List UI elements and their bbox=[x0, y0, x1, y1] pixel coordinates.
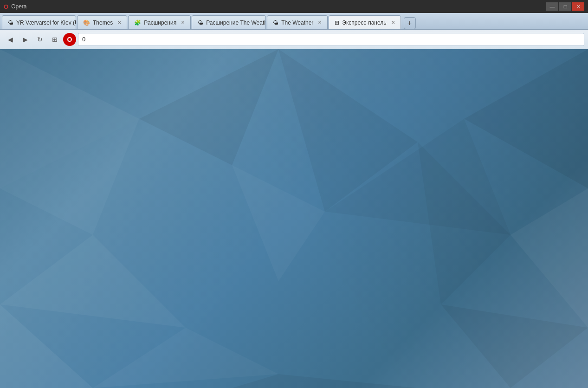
tab-bar: 🌤 YR Værvarsel for Kiev (Ukrai... ✕ 🎨 Th… bbox=[0, 13, 588, 30]
tab-icon-wext: 🌤 bbox=[198, 19, 203, 26]
main-content: ⊞ Экспресс-панель ♥ Копилка ◉ Рекомендац… bbox=[0, 49, 588, 388]
address-bar[interactable] bbox=[78, 33, 584, 46]
maximize-button[interactable]: □ bbox=[559, 2, 571, 11]
opera-logo: O bbox=[63, 33, 76, 46]
new-tab-button[interactable]: + bbox=[404, 17, 416, 29]
svg-marker-9 bbox=[232, 374, 418, 388]
tab-label-express: Экспресс-панель bbox=[342, 19, 386, 26]
tab-label-yr: YR Værvarsel for Kiev (Ukrai... bbox=[16, 19, 76, 26]
tab-icon-weather: 🌤 bbox=[273, 19, 278, 26]
tab-icon-yr: 🌤 bbox=[8, 19, 13, 26]
forward-button[interactable]: ▶ bbox=[19, 33, 32, 46]
title-bar-controls: — □ ✕ bbox=[546, 2, 584, 11]
tab-label-ext: Расширения bbox=[144, 19, 176, 26]
svg-marker-12 bbox=[0, 304, 93, 388]
polygon-background bbox=[0, 49, 588, 388]
tab-close-weather[interactable]: ✕ bbox=[318, 20, 322, 25]
svg-marker-10 bbox=[232, 165, 325, 281]
tab-label-weather: The Weather bbox=[281, 19, 313, 26]
opera-icon: O bbox=[4, 3, 8, 10]
tab-label-themes: Themes bbox=[93, 19, 113, 26]
nav-bar: ◀ ▶ ↻ ⊞ O bbox=[0, 30, 588, 49]
title-bar: O Opera — □ ✕ bbox=[0, 0, 588, 13]
tab-weather-ext[interactable]: 🌤 Расширение The Weath... ✕ bbox=[192, 15, 266, 29]
tab-icon-express: ⊞ bbox=[335, 19, 339, 26]
grid-button[interactable]: ⊞ bbox=[48, 33, 61, 46]
tab-icon-ext: 🧩 bbox=[134, 19, 141, 26]
tab-icon-themes: 🎨 bbox=[83, 19, 90, 26]
tab-extensions[interactable]: 🧩 Расширения ✕ bbox=[128, 15, 191, 29]
svg-marker-13 bbox=[441, 304, 588, 388]
tab-the-weather[interactable]: 🌤 The Weather ✕ bbox=[267, 15, 328, 29]
tab-label-wext: Расширение The Weath... bbox=[206, 19, 266, 26]
svg-marker-6 bbox=[93, 328, 278, 388]
window-title: Opera bbox=[11, 3, 26, 10]
svg-marker-4 bbox=[0, 235, 186, 328]
svg-marker-1 bbox=[139, 49, 278, 165]
tab-yr-weather[interactable]: 🌤 YR Værvarsel for Kiev (Ukrai... ✕ bbox=[2, 15, 76, 29]
reload-button[interactable]: ↻ bbox=[33, 33, 46, 46]
tab-close-ext[interactable]: ✕ bbox=[181, 20, 185, 25]
back-button[interactable]: ◀ bbox=[4, 33, 17, 46]
tab-express[interactable]: ⊞ Экспресс-панель ✕ bbox=[329, 15, 401, 29]
close-button[interactable]: ✕ bbox=[572, 2, 584, 11]
tab-themes[interactable]: 🎨 Themes ✕ bbox=[77, 15, 127, 29]
minimize-button[interactable]: — bbox=[546, 2, 558, 11]
title-bar-left: O Opera bbox=[4, 3, 26, 10]
svg-marker-8 bbox=[510, 188, 588, 328]
tab-close-express[interactable]: ✕ bbox=[391, 20, 395, 25]
tab-close-themes[interactable]: ✕ bbox=[117, 20, 121, 25]
